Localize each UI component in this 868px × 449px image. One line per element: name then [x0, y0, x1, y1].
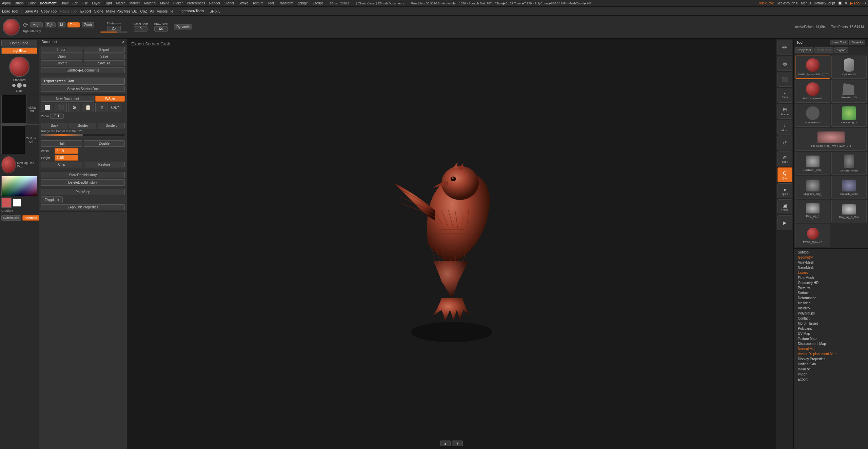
viewport-model[interactable] [127, 39, 776, 449]
brush-rgb-btn[interactable]: Rgb [45, 22, 56, 27]
height-input[interactable] [55, 155, 78, 161]
frame-btn[interactable]: ⊞ Frame [777, 104, 792, 119]
minimize-btn[interactable]: 🔲 [838, 1, 842, 5]
mesh-thumb-2[interactable]: PM3D_Sphere3 [795, 80, 830, 103]
in-btn[interactable]: In [95, 103, 107, 112]
subtool-item-fibermesh[interactable]: FiberMesh [795, 275, 867, 280]
subtool-item-visibility[interactable]: Visibility [795, 306, 867, 311]
menu-color[interactable]: Color [28, 1, 36, 5]
subtool-item-unified-skin[interactable]: Unified Skin [795, 362, 867, 367]
alpha-swatch[interactable] [1, 95, 26, 124]
menu-stencil[interactable]: Stencil [224, 1, 235, 5]
export-btn[interactable]: Export [84, 47, 125, 53]
menu-edit[interactable]: Edit [73, 1, 78, 5]
back-btn[interactable]: Back [41, 123, 68, 128]
subtool-item-surface[interactable]: Surface [795, 290, 867, 295]
mesh-thumb-10[interactable]: Eintracht_Anha [831, 176, 867, 199]
switch-color-btn[interactable]: SwitchColor [1, 215, 21, 221]
copy-tool-btn[interactable]: Copy Tool [795, 47, 813, 53]
zapplink-properties-btn[interactable]: ZAppLink Properties [41, 204, 125, 210]
menu-marker[interactable]: Marker [130, 1, 140, 5]
menu-stroke[interactable]: Stroke [239, 1, 249, 5]
menu-draw[interactable]: Draw [61, 1, 68, 5]
menu-layer[interactable]: Layer [92, 1, 100, 5]
menu-texture[interactable]: Texture [253, 1, 264, 5]
vp-down-btn[interactable]: ▼ [452, 441, 463, 446]
chip-btn[interactable]: Chip [41, 162, 82, 167]
texture-swatch[interactable] [1, 125, 25, 154]
export-tool-btn[interactable]: Export [834, 47, 848, 53]
matcap-swatch[interactable] [1, 156, 16, 173]
half-btn[interactable]: Half [41, 140, 82, 147]
mesh-thumb-12[interactable]: Dog_tag_3_Ren [831, 200, 867, 223]
menu-transform[interactable]: Transform [278, 1, 293, 5]
brush-preview[interactable] [3, 19, 20, 36]
load-tool-btn[interactable]: Load Tool [830, 40, 848, 45]
subtool-item-masking[interactable]: Masking [795, 301, 867, 306]
subtool-item-export[interactable]: Export [795, 377, 867, 382]
subtool-item-import[interactable]: Import [795, 372, 867, 377]
delete-depth-btn[interactable]: DeleteDepthHistory [41, 179, 125, 186]
menu-preferences[interactable]: Preferences [187, 1, 205, 5]
subtool-item-layers[interactable]: Layers [795, 270, 867, 275]
smooth-btn[interactable]: ◎ [777, 56, 792, 71]
paste-tool-btn[interactable]: Paste Tool [814, 47, 833, 53]
menu-tool[interactable]: Tool [268, 1, 274, 5]
visible-btn[interactable]: Visible [157, 9, 168, 13]
mesh-thumb-0[interactable]: PM3D_Sphere3D1_1_57 [795, 56, 830, 79]
menu-render[interactable]: Render [209, 1, 220, 5]
lightbox-tools-btn[interactable]: Lightbox▶Tools [179, 9, 204, 13]
all-btn[interactable]: All [150, 9, 154, 13]
subtool-item-geometry-hd[interactable]: Geometry HD [795, 280, 867, 285]
mesh-thumb-13[interactable]: PM3D_Sphere3 [795, 224, 830, 247]
brush-mrgb-btn[interactable]: Mrgb [30, 22, 43, 27]
bg-color-swatch[interactable] [13, 199, 21, 207]
brush-m-btn[interactable]: M [58, 22, 65, 27]
make-polymesh3d-btn[interactable]: Make PolyMesh3D [106, 9, 137, 13]
mesh-thumb-7[interactable]: Nashdon_V03_ [795, 152, 830, 175]
menu-brush[interactable]: Brush [15, 1, 24, 5]
lightbox-documents-btn[interactable]: Lightbox▶Documents [41, 67, 125, 73]
menu-document[interactable]: Document [40, 1, 57, 5]
save-as-tool-btn[interactable]: Save As [849, 40, 865, 45]
doc-panel-refresh[interactable]: ↺ [121, 40, 124, 44]
scroll-icon-btn[interactable]: ⬜ [41, 103, 53, 112]
subtool-item-contact[interactable]: Contact [795, 316, 867, 321]
draw-mode-btn[interactable]: ✏ [777, 40, 792, 55]
menu-macro[interactable]: Macro [116, 1, 125, 5]
subtool-item-vector-displacement[interactable]: Vector Displacement Map [795, 351, 867, 356]
subtool-item-polypaint[interactable]: Polypaint [795, 326, 867, 331]
subtool-item-initialize[interactable]: Initialize [795, 367, 867, 372]
subtool-item-deformation[interactable]: Deformation [795, 295, 867, 301]
store-depth-btn[interactable]: StoreDepthHistory [41, 172, 125, 178]
alternate-btn[interactable]: Alternate [22, 215, 39, 221]
brush-rotate-btn[interactable]: ⟳ [23, 21, 28, 29]
see-through-btn[interactable]: See-through 0 [777, 1, 798, 5]
export-btn[interactable]: Export [80, 9, 91, 13]
menu-movie[interactable]: Movie [160, 1, 169, 5]
revert-btn[interactable]: Revert [41, 60, 82, 66]
r-btn[interactable]: R [171, 9, 173, 13]
mesh-thumb-5[interactable]: Cool_Frog_2 [831, 104, 867, 127]
load-icon-btn[interactable]: ⊕ AlHot [777, 151, 792, 166]
lightbox-btn[interactable]: LightBox [1, 47, 37, 54]
timeline-btn[interactable]: ▶ [777, 215, 792, 230]
double-btn[interactable]: Double [84, 140, 125, 147]
subtool-item-morph-target[interactable]: Morph Target [795, 321, 867, 326]
import-btn[interactable]: Import [41, 47, 82, 53]
menu-light[interactable]: Light [104, 1, 112, 5]
subtool-item-polygroups[interactable]: Polygroups [795, 311, 867, 316]
subtool-item-normal-map[interactable]: Normal Map [795, 346, 867, 351]
home-page-btn[interactable]: Home Page [1, 40, 37, 46]
rotate-btn[interactable]: ↺ [777, 136, 792, 150]
focal-shift-val[interactable]: 0 [134, 26, 147, 32]
open-btn[interactable]: Open [41, 54, 82, 59]
new-document-btn[interactable]: New Document [41, 96, 94, 102]
draw-size-val[interactable]: 64 [154, 26, 168, 32]
subtool-item-texture-map[interactable]: Texture Map [795, 336, 867, 341]
menu-material[interactable]: Material [144, 1, 156, 5]
subtool-item-arraymesh[interactable]: ArrayMesh [795, 260, 867, 265]
actual-icon-btn[interactable]: ⬛ [55, 103, 67, 112]
vp-up-btn[interactable]: ▲ [440, 441, 451, 446]
copy-tool-btn[interactable]: Copy Tool [41, 9, 58, 13]
